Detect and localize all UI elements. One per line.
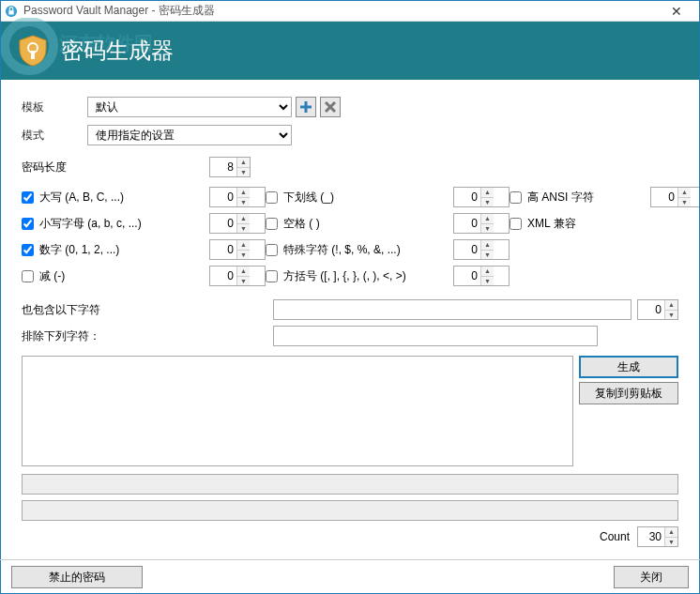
generate-button[interactable]: 生成 [579,356,678,378]
spin-down-icon[interactable]: ▼ [237,168,250,177]
ansi-checkbox[interactable]: 高 ANSI 字符 [510,190,650,206]
spin-up-icon[interactable]: ▲ [237,158,250,168]
header-banner: 河东软件园 密码生成器 [1,22,699,80]
ansi-min-spinner[interactable]: ▲▼ [650,187,700,207]
minus-min-spinner[interactable]: ▲▼ [209,266,266,286]
xml-checkbox[interactable]: XML 兼容 [510,216,650,232]
length-label: 密码长度 [22,160,209,175]
page-title: 密码生成器 [61,36,174,66]
digits-checkbox[interactable]: 数字 (0, 1, 2, ...) [22,242,209,258]
space-min-spinner[interactable]: ▲▼ [453,213,510,234]
window-title: Password Vault Manager - 密码生成器 [23,3,658,19]
svg-rect-1 [8,10,13,14]
template-select[interactable]: 默认 [87,97,292,117]
svg-rect-7 [300,106,312,109]
app-icon [5,5,18,18]
include-min-spinner[interactable]: ▲▼ [637,299,678,320]
x-icon [324,100,337,114]
underscore-min-spinner[interactable]: ▲▼ [453,187,510,207]
close-button[interactable]: ✕ [658,4,695,19]
plus-icon [299,100,312,114]
copy-button[interactable]: 复制到剪贴板 [579,382,678,404]
special-checkbox[interactable]: 特殊字符 (!, $, %, &, ...) [266,242,453,258]
mode-label: 模式 [22,128,87,144]
strength-bar-2 [22,500,678,521]
underscore-checkbox[interactable]: 下划线 (_) [266,190,453,206]
close-footer-button[interactable]: 关闭 [614,566,689,588]
bracket-checkbox[interactable]: 方括号 ([, ], {, }, (, ), <, >) [266,268,453,284]
main-content: 模板 默认 模式 使用指定的设置 密码长度 ▲▼ 大写 (A, B, C, ..… [1,80,699,556]
template-label: 模板 [22,99,87,115]
add-template-button[interactable] [296,97,316,117]
delete-template-button[interactable] [320,97,341,117]
strength-bar-1 [22,474,678,495]
exclude-label: 排除下列字符： [22,328,273,344]
count-label: Count [600,530,630,543]
svg-rect-5 [31,51,35,59]
forbidden-passwords-button[interactable]: 禁止的密码 [11,566,143,588]
count-spinner[interactable]: ▲▼ [637,526,678,547]
length-spinner[interactable]: ▲▼ [209,157,251,177]
special-min-spinner[interactable]: ▲▼ [453,239,510,260]
mode-select[interactable]: 使用指定的设置 [87,125,292,145]
lowercase-checkbox[interactable]: 小写字母 (a, b, c, ...) [22,216,209,232]
footer: 禁止的密码 关闭 [0,559,700,594]
output-textarea[interactable] [22,356,573,466]
lowercase-min-spinner[interactable]: ▲▼ [209,213,266,234]
include-input[interactable] [273,299,632,320]
uppercase-checkbox[interactable]: 大写 (A, B, C, ...) [22,190,209,206]
uppercase-min-spinner[interactable]: ▲▼ [209,187,266,207]
bracket-min-spinner[interactable]: ▲▼ [453,266,510,286]
space-checkbox[interactable]: 空格 ( ) [266,216,453,232]
digits-min-spinner[interactable]: ▲▼ [209,239,266,260]
include-label: 也包含以下字符 [22,302,273,318]
minus-checkbox[interactable]: 减 (-) [22,268,209,284]
shield-icon [16,34,50,68]
exclude-input[interactable] [273,326,598,346]
